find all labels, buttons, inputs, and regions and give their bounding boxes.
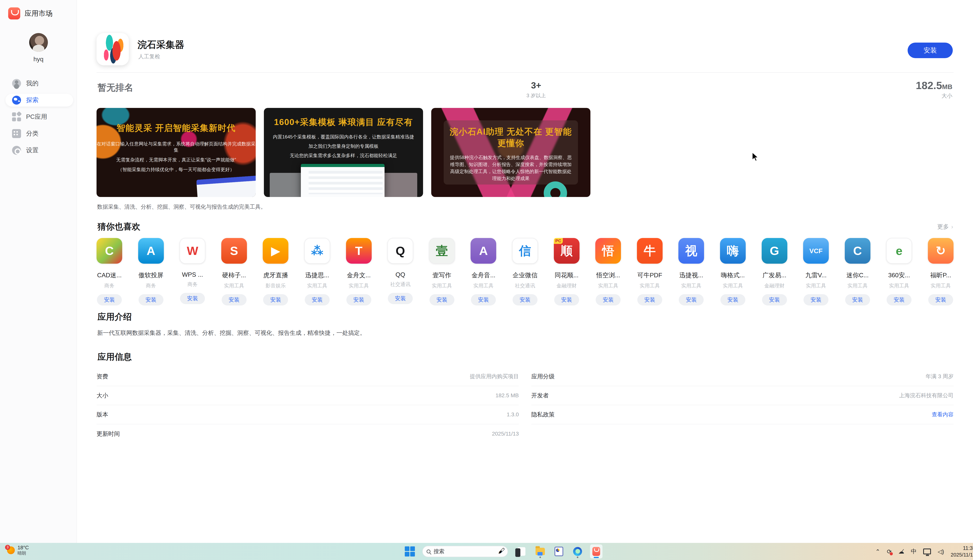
clock[interactable]: 11:36 2025/11/13: [951, 545, 973, 558]
start-button[interactable]: [405, 547, 415, 557]
sidebar-item-我的[interactable]: 我的: [5, 77, 73, 90]
jiulei-vcf-icon[interactable]: VCF: [803, 238, 829, 264]
screenshot-2[interactable]: 1600+采集模板 琳琅满目 应有尽有内置1645个采集模板，覆盖国际国内各行各…: [264, 108, 423, 197]
update-sync-icon[interactable]: ⟳: [887, 548, 892, 555]
suggested-app-name[interactable]: 傲软投屏: [139, 271, 164, 280]
file-manager-button[interactable]: [534, 545, 547, 558]
hi-format-icon[interactable]: 嗨: [720, 238, 746, 264]
suggested-app-name[interactable]: 可牛PDF: [637, 271, 662, 280]
app-store-taskbar-button[interactable]: [590, 545, 602, 558]
install-chip-button[interactable]: 安装: [845, 294, 870, 305]
suggested-app-name[interactable]: 九雷V...: [806, 271, 827, 280]
jinzhou-doc-icon[interactable]: T: [346, 238, 372, 264]
size-unit: MB: [942, 83, 952, 90]
install-chip-button[interactable]: 安装: [887, 294, 911, 305]
suggested-app-name[interactable]: 悟空浏...: [596, 271, 620, 280]
suggested-app-name[interactable]: 360安...: [888, 271, 910, 280]
apowermirror-icon[interactable]: A: [138, 238, 164, 264]
screenshot-gallery: 智能灵采 开启智能采集新时代在对话窗口输入任意网址与采集需求，系统将自动理解页面…: [97, 108, 590, 197]
install-chip-button[interactable]: 安装: [471, 294, 496, 305]
install-chip-button[interactable]: 安装: [804, 294, 828, 305]
wps-icon[interactable]: W: [180, 238, 205, 264]
install-chip-button[interactable]: 安装: [928, 294, 953, 305]
install-chip-button[interactable]: 安装: [263, 294, 288, 305]
suggested-app: 悟悟空浏...实用工具安装: [595, 238, 621, 305]
volume-icon[interactable]: ◁): [938, 548, 944, 555]
suggested-app-name[interactable]: 迅捷视...: [679, 271, 703, 280]
display-device-icon[interactable]: [923, 548, 931, 554]
xunjie-video-icon[interactable]: 视: [679, 238, 704, 264]
360-browser-icon[interactable]: e: [886, 238, 912, 264]
info-label: 隐私政策: [531, 411, 555, 418]
install-chip-button[interactable]: 安装: [388, 293, 413, 304]
suggested-app-name[interactable]: 壹写作: [433, 271, 451, 280]
huya-icon[interactable]: ▶: [263, 238, 288, 264]
gf-trade-icon[interactable]: G: [762, 238, 787, 264]
install-chip-button[interactable]: 安装: [762, 294, 787, 305]
edge-browser-button[interactable]: [571, 545, 584, 558]
info-right-column: 应用分级年满 3 周岁开发者上海浣石科技有限公司隐私政策查看内容: [531, 367, 953, 443]
suggested-app-name[interactable]: 虎牙直播: [263, 271, 288, 280]
suggested-app-name[interactable]: WPS ...: [182, 271, 203, 278]
install-chip-button[interactable]: 安装: [305, 294, 329, 305]
wukong-browser-icon[interactable]: 悟: [595, 238, 621, 264]
tonghuashun-icon[interactable]: 顺PC: [554, 238, 580, 264]
screenshot-1[interactable]: 智能灵采 开启智能采集新时代在对话窗口输入任意网址与采集需求，系统将自动理解页面…: [97, 108, 256, 197]
suggested-app: VCF九雷V...实用工具安装: [803, 238, 829, 305]
user-avatar[interactable]: [29, 33, 48, 52]
weather-widget[interactable]: 3 18°C 晴朗: [7, 545, 29, 555]
taskbar-search[interactable]: 搜索 🖌: [422, 546, 508, 557]
cad-viewer-icon[interactable]: C: [97, 238, 122, 264]
info-row: 更新时间2025/11/13: [97, 424, 519, 443]
foxit-icon[interactable]: ↻: [928, 238, 953, 264]
sidebar-item-PC应用[interactable]: PC应用: [5, 110, 73, 123]
suggested-app-name[interactable]: QQ: [395, 271, 405, 278]
wecom-icon[interactable]: 信: [512, 238, 538, 264]
cloud-offline-icon[interactable]: ☁̸: [898, 548, 904, 555]
install-chip-button[interactable]: 安装: [180, 293, 205, 304]
jinzhou-audio-icon[interactable]: A: [471, 238, 496, 264]
tray-expand-button[interactable]: ⌃: [875, 548, 880, 555]
more-link[interactable]: 更多›: [937, 223, 953, 231]
screenshot-3[interactable]: 浣小石AI助理 无处不在 更智能 更懂你提供58种浣小石触发方式，支持生成仪表盘…: [431, 108, 590, 197]
install-chip-button[interactable]: 安装: [513, 294, 537, 305]
suggested-app-name[interactable]: 广发易...: [762, 271, 786, 280]
sidebar-item-分类[interactable]: 分类: [5, 127, 73, 140]
mindmap-icon[interactable]: ⁂: [304, 238, 330, 264]
install-chip-button[interactable]: 安装: [346, 294, 371, 305]
hard-persimmon-icon[interactable]: S: [221, 238, 247, 264]
install-chip-button[interactable]: 安装: [139, 294, 164, 305]
suggested-app-name[interactable]: 福昕P...: [930, 271, 951, 280]
suggested-app-name[interactable]: 金舟音...: [471, 271, 495, 280]
suggested-app-name[interactable]: 迷你C...: [846, 271, 869, 280]
app-window-decor: [301, 164, 385, 197]
suggested-app-name[interactable]: 嗨格式...: [721, 271, 745, 280]
install-chip-button[interactable]: 安装: [721, 294, 745, 305]
suggested-app-name[interactable]: 金舟文...: [347, 271, 371, 280]
app-name: 浣石采集器: [137, 38, 184, 51]
install-button[interactable]: 安装: [908, 43, 953, 58]
mini-cad-icon[interactable]: C: [845, 238, 871, 264]
suggested-app-name[interactable]: 硬柿子...: [222, 271, 246, 280]
sidebar-item-设置[interactable]: 设置: [5, 144, 73, 157]
sidebar-item-探索[interactable]: 探索: [5, 94, 73, 107]
install-chip-button[interactable]: 安装: [430, 294, 455, 305]
input-method-indicator[interactable]: 中: [911, 548, 916, 555]
keniu-pdf-icon[interactable]: 牛: [637, 238, 663, 264]
install-chip-button[interactable]: 安装: [596, 294, 620, 305]
install-chip-button[interactable]: 安装: [97, 294, 122, 305]
size-label: 大小: [916, 92, 952, 100]
suggested-app-name[interactable]: CAD迷...: [97, 271, 122, 280]
office-app-button[interactable]: [553, 545, 565, 558]
privacy-policy-link[interactable]: 查看内容: [932, 411, 953, 418]
suggested-app-name[interactable]: 企业微信: [513, 271, 537, 280]
suggested-app-name[interactable]: 同花顺...: [555, 271, 578, 280]
suggested-app-name[interactable]: 迅捷思...: [305, 271, 329, 280]
theme-app-button[interactable]: [515, 545, 528, 558]
install-chip-button[interactable]: 安装: [679, 294, 704, 305]
install-chip-button[interactable]: 安装: [637, 294, 662, 305]
yiwriting-icon[interactable]: 壹: [429, 238, 455, 264]
install-chip-button[interactable]: 安装: [222, 294, 247, 305]
install-chip-button[interactable]: 安装: [554, 294, 579, 305]
qq-icon[interactable]: Q: [388, 238, 413, 264]
